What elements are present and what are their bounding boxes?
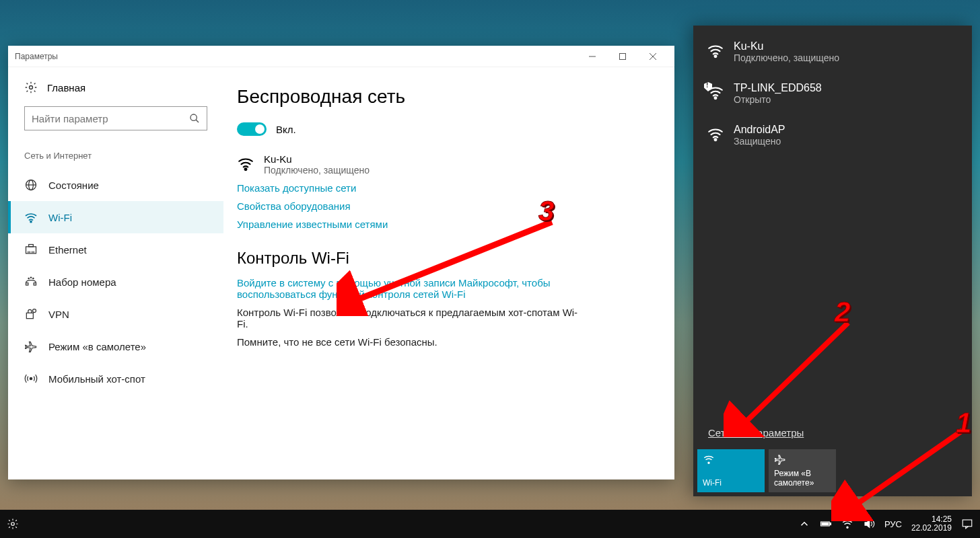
svg-rect-1 <box>619 53 625 59</box>
gear-icon <box>24 81 38 94</box>
network-name: Ku-Ku <box>734 40 839 52</box>
svg-marker-35 <box>865 521 870 528</box>
network-status: Открыто <box>734 94 822 105</box>
svg-point-19 <box>28 278 29 278</box>
minimize-button[interactable] <box>577 46 607 67</box>
svg-point-21 <box>33 278 34 278</box>
network-settings-link[interactable]: Сетевые параметры <box>693 427 972 447</box>
sidebar-item-label: Состояние <box>48 180 99 191</box>
current-network-name: Ku-Ku <box>264 153 370 165</box>
sidebar-item-label: Wi-Fi <box>48 212 72 223</box>
network-list: Ku-Ku Подключено, защищено TP-LINK_EDD65… <box>693 26 972 427</box>
network-item[interactable]: AndroidAP Защищено <box>693 114 972 156</box>
wifi-icon <box>703 453 715 465</box>
wifi-tray-icon[interactable] <box>841 518 853 530</box>
network-item[interactable]: Ku-Ku Подключено, защищено <box>693 31 972 73</box>
sidebar-item-hotspot[interactable]: Мобильный хот-спот <box>8 362 223 395</box>
tile-airplane[interactable]: Режим «В самолете» <box>769 449 836 492</box>
search-icon <box>189 113 200 124</box>
tray-chevron-icon[interactable] <box>798 518 810 530</box>
airplane-icon <box>774 453 786 465</box>
window-title: Параметры <box>15 52 577 61</box>
ethernet-icon <box>24 243 38 256</box>
sidebar-item-vpn[interactable]: VPN <box>8 298 223 330</box>
annotation-number-2: 2 <box>835 296 850 328</box>
system-tray: РУС 14:25 22.02.2019 <box>798 515 980 533</box>
svg-point-29 <box>708 462 709 463</box>
wifi-icon <box>24 210 38 224</box>
wifi-secure-icon <box>707 42 724 59</box>
battery-icon[interactable] <box>820 518 832 530</box>
quick-action-tiles: Wi-Fi Режим «В самолете» <box>693 447 972 496</box>
tile-wifi[interactable]: Wi-Fi <box>697 449 765 492</box>
link-show-available[interactable]: Показать доступные сети <box>237 182 654 194</box>
home-label: Главная <box>47 82 85 93</box>
search-input-wrap[interactable] <box>24 106 207 130</box>
sidebar-item-ethernet[interactable]: Ethernet <box>8 233 223 266</box>
wifi-sense-desc-2: Помните, что не все сети Wi-Fi безопасны… <box>237 336 587 348</box>
clock-date: 22.02.2019 <box>911 524 952 533</box>
wifi-secure-icon <box>707 125 724 143</box>
network-status: Защищено <box>734 136 785 147</box>
link-hardware-properties[interactable]: Свойства оборудования <box>237 200 654 212</box>
annotation-number-1: 1 <box>956 407 971 439</box>
svg-point-27 <box>715 97 717 99</box>
settings-window: Параметры Главная <box>8 46 674 479</box>
svg-rect-17 <box>26 283 28 285</box>
maximize-button[interactable] <box>607 46 637 67</box>
annotation-number-3: 3 <box>538 195 554 227</box>
svg-point-24 <box>30 377 32 379</box>
svg-point-20 <box>30 277 31 278</box>
settings-content: Беспроводная сеть Вкл. Ku-Ku Подключено,… <box>223 67 674 479</box>
volume-icon[interactable] <box>863 518 875 530</box>
sidebar-item-wifi[interactable]: Wi-Fi <box>8 201 223 233</box>
svg-rect-12 <box>29 245 34 247</box>
sidebar-item-dialup[interactable]: Набор номера <box>8 266 223 298</box>
wifi-sense-desc-1: Контроль Wi-Fi позволяет подключаться к … <box>237 307 587 330</box>
close-button[interactable] <box>637 46 668 67</box>
network-status: Подключено, защищено <box>734 52 839 63</box>
tile-label: Режим «В самолете» <box>774 469 831 488</box>
globe-icon <box>24 178 38 192</box>
current-network[interactable]: Ku-Ku Подключено, защищено <box>237 153 654 176</box>
svg-rect-36 <box>963 520 972 527</box>
sidebar-item-label: Набор номера <box>48 276 116 288</box>
page-title: Беспроводная сеть <box>237 86 654 108</box>
dialup-icon <box>24 275 38 289</box>
svg-point-26 <box>715 55 717 57</box>
svg-rect-11 <box>26 247 36 254</box>
wifi-open-icon <box>707 83 724 101</box>
link-signin-ms[interactable]: Войдите в систему с помощью учетной запи… <box>237 277 587 300</box>
svg-rect-18 <box>34 283 36 285</box>
sidebar-item-label: VPN <box>48 309 69 320</box>
svg-point-34 <box>847 527 848 528</box>
svg-line-6 <box>196 120 199 122</box>
wifi-toggle[interactable] <box>237 122 267 136</box>
gear-icon[interactable] <box>7 518 19 530</box>
svg-rect-22 <box>26 313 33 318</box>
svg-point-23 <box>33 309 36 313</box>
home-button[interactable]: Главная <box>8 81 223 106</box>
search-input[interactable] <box>32 113 189 124</box>
sidebar-item-label: Мобильный хот-спот <box>48 373 145 385</box>
titlebar: Параметры <box>8 46 674 67</box>
current-network-status: Подключено, защищено <box>264 165 370 176</box>
network-flyout: Ku-Ku Подключено, защищено TP-LINK_EDD65… <box>693 26 972 496</box>
svg-point-30 <box>11 523 15 526</box>
taskbar: РУС 14:25 22.02.2019 <box>0 510 980 538</box>
svg-point-28 <box>715 139 717 141</box>
vpn-icon <box>24 307 38 321</box>
language-indicator[interactable]: РУС <box>884 519 902 529</box>
sidebar-item-status[interactable]: Состояние <box>8 169 223 201</box>
svg-rect-33 <box>822 523 829 525</box>
wifi-icon <box>237 155 254 172</box>
airplane-icon <box>24 340 38 353</box>
network-item[interactable]: TP-LINK_EDD658 Открыто <box>693 73 972 114</box>
sidebar-item-label: Режим «в самолете» <box>48 341 146 352</box>
action-center-icon[interactable] <box>961 518 973 530</box>
svg-point-10 <box>30 221 32 223</box>
clock[interactable]: 14:25 22.02.2019 <box>911 515 952 533</box>
link-manage-known-networks[interactable]: Управление известными сетями <box>237 219 654 230</box>
section-title-wifi-sense: Контроль Wi-Fi <box>237 249 654 268</box>
sidebar-item-airplane[interactable]: Режим «в самолете» <box>8 330 223 362</box>
